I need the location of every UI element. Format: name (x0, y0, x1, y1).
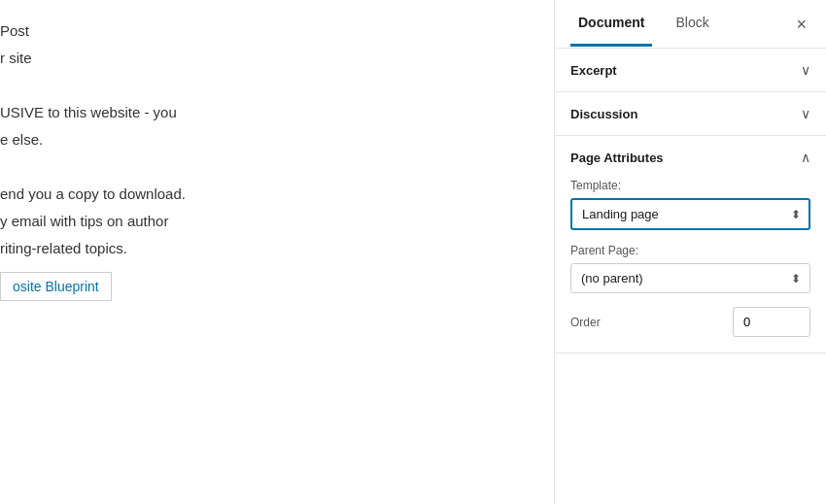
panel-page-attributes: Page Attributes ∧ Template: Landing page… (555, 136, 826, 353)
panel-excerpt-header[interactable]: Excerpt ∨ (555, 49, 826, 91)
close-button[interactable]: × (792, 12, 810, 37)
content-line-8: y email with tips on author (0, 210, 534, 233)
parent-label: Parent Page: (570, 244, 810, 257)
template-label: Template: (570, 179, 810, 192)
content-line-9: riting-related topics. (0, 237, 534, 260)
tab-block[interactable]: Block (668, 1, 716, 47)
content-line-3 (0, 74, 534, 97)
parent-select-wrapper: (no parent) Home About (570, 263, 810, 293)
sidebar-body: Excerpt ∨ Discussion ∨ Page Attributes ∧… (555, 49, 826, 504)
content-area: Post r site USIVE to this website - you … (0, 0, 554, 504)
parent-select[interactable]: (no parent) Home About (570, 263, 810, 293)
panel-page-attributes-body: Template: Landing page Default Template … (555, 179, 826, 353)
order-label: Order (570, 316, 601, 329)
order-input[interactable] (733, 307, 810, 337)
panel-excerpt: Excerpt ∨ (555, 49, 826, 92)
panel-discussion: Discussion ∨ (555, 92, 826, 136)
content-text: Post r site USIVE to this website - you … (0, 19, 534, 260)
order-row: Order (570, 307, 810, 337)
content-line-4: USIVE to this website - you (0, 101, 534, 124)
panel-page-attributes-header[interactable]: Page Attributes ∧ (555, 136, 826, 179)
template-select[interactable]: Landing page Default Template Full Width (570, 198, 810, 230)
panel-excerpt-title: Excerpt (570, 63, 617, 78)
sidebar: Document Block × Excerpt ∨ Discussion ∨ … (554, 0, 826, 504)
panel-discussion-header[interactable]: Discussion ∨ (555, 92, 826, 135)
panel-discussion-title: Discussion (570, 107, 637, 121)
content-line-1: Post (0, 19, 534, 43)
content-line-7: end you a copy to download. (0, 183, 534, 206)
panel-discussion-chevron: ∨ (801, 106, 810, 121)
content-line-2: r site (0, 47, 534, 70)
content-link[interactable]: osite Blueprint (0, 272, 112, 301)
panel-excerpt-chevron: ∨ (801, 62, 810, 78)
template-select-wrapper: Landing page Default Template Full Width (570, 198, 810, 230)
sidebar-header: Document Block × (555, 0, 826, 49)
tab-document[interactable]: Document (570, 1, 652, 47)
content-line-6 (0, 155, 534, 179)
content-line-5: e else. (0, 128, 534, 151)
panel-page-attributes-chevron: ∧ (801, 150, 810, 165)
panel-page-attributes-title: Page Attributes (570, 151, 664, 165)
